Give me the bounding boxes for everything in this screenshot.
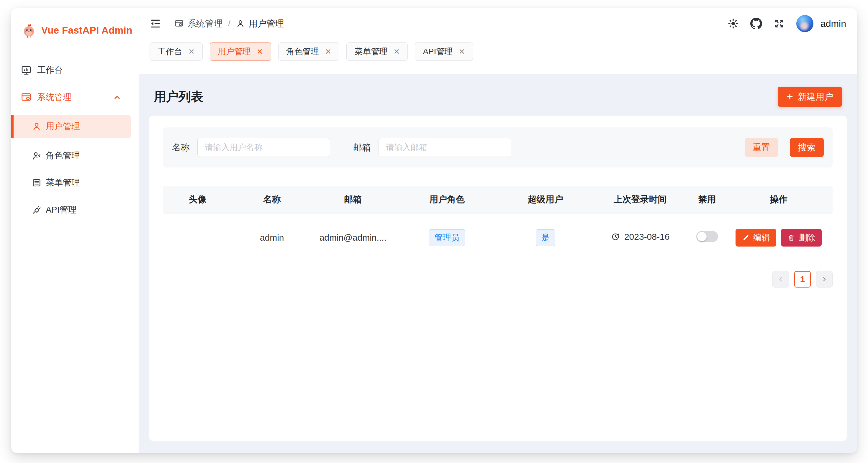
pencil-icon	[742, 234, 750, 241]
breadcrumb-label: 用户管理	[249, 18, 284, 30]
sidebar-group-label: 系统管理	[37, 91, 71, 103]
page-head: 用户列表 + 新建用户	[149, 84, 847, 115]
tab-bar: 工作台 ✕ 用户管理 ✕ 角色管理 ✕ 菜单管理 ✕ API管理 ✕	[150, 39, 846, 74]
delete-label: 删除	[799, 232, 815, 243]
users-table: 头像 名称 邮箱 用户角色 超级用户 上次登录时间 禁用 操作	[163, 186, 833, 262]
role-tag: 管理员	[429, 229, 465, 246]
delete-button[interactable]: 删除	[781, 229, 822, 246]
cell-last-login: 2023-08-16	[591, 213, 689, 262]
breadcrumb-item-system[interactable]: 系统管理	[174, 18, 223, 30]
filter-panel: 名称 邮箱 重置 搜索	[163, 127, 833, 167]
sidebar-group-system[interactable]: 系统管理	[11, 88, 131, 107]
plus-icon: +	[786, 91, 793, 102]
sidebar-item-label: 菜单管理	[46, 177, 80, 189]
cell-superuser: 是	[500, 213, 591, 262]
plug-icon	[32, 205, 41, 215]
column-last-login: 上次登录时间	[591, 186, 689, 213]
monitor-icon	[21, 65, 32, 76]
user-icon	[236, 19, 245, 28]
edit-button[interactable]: 编辑	[736, 229, 776, 246]
menu-list-icon	[32, 178, 41, 188]
main-area: 系统管理 / 用户管理	[139, 8, 857, 453]
pagination-next-button[interactable]	[816, 271, 833, 288]
theme-sun-icon[interactable]	[727, 18, 739, 30]
sidebar-item-label: 用户管理	[46, 121, 80, 132]
close-icon[interactable]: ✕	[325, 48, 332, 56]
close-icon[interactable]: ✕	[393, 48, 400, 56]
edit-label: 编辑	[753, 232, 770, 243]
github-icon[interactable]	[750, 18, 762, 30]
tab-workbench[interactable]: 工作台 ✕	[150, 42, 203, 61]
sidebar-item-label: API管理	[46, 204, 77, 216]
pagination-page-1[interactable]: 1	[794, 271, 811, 288]
sidebar: Vue FastAPI Admin 工作台 系统管理	[11, 8, 139, 453]
table-row: admin admin@admin.... 管理员 是	[163, 213, 833, 262]
window-gear-icon	[21, 92, 32, 103]
tab-menu-management[interactable]: 菜单管理 ✕	[346, 42, 408, 61]
email-filter-label: 邮箱	[353, 141, 371, 154]
cell-disabled	[689, 213, 724, 262]
breadcrumb-label: 系统管理	[187, 18, 223, 30]
user-avatar[interactable]	[796, 15, 813, 32]
content-card: 名称 邮箱 重置 搜索	[149, 115, 847, 441]
column-email: 邮箱	[312, 186, 394, 213]
fullscreen-icon[interactable]	[773, 18, 785, 30]
sidebar-item-label: 工作台	[37, 64, 63, 76]
sidebar-item-role-management[interactable]: 角色管理	[11, 146, 131, 165]
column-disabled: 禁用	[689, 186, 724, 213]
cell-avatar	[163, 213, 232, 262]
name-filter-label: 名称	[172, 141, 190, 154]
tab-user-management[interactable]: 用户管理 ✕	[210, 42, 271, 61]
sidebar-item-label: 角色管理	[46, 150, 80, 162]
pagination-prev-button[interactable]	[772, 271, 789, 288]
chevron-right-icon	[820, 275, 828, 283]
chicken-logo-icon	[21, 23, 37, 38]
email-filter-input[interactable]	[378, 138, 511, 157]
collapse-sidebar-icon[interactable]	[150, 18, 161, 30]
username: admin	[820, 18, 846, 29]
column-role: 用户角色	[394, 186, 500, 213]
pagination: 1	[163, 271, 833, 288]
breadcrumb: 系统管理 / 用户管理	[174, 18, 284, 30]
sidebar-menu: 工作台 系统管理 用户管理	[11, 53, 139, 224]
page-title: 用户列表	[154, 89, 203, 105]
trash-icon	[787, 234, 795, 241]
tab-api-management[interactable]: API管理 ✕	[415, 42, 473, 61]
name-filter-input[interactable]	[197, 138, 330, 157]
tab-label: 用户管理	[218, 46, 251, 57]
close-icon[interactable]: ✕	[257, 48, 263, 56]
sidebar-item-user-management[interactable]: 用户管理	[11, 115, 131, 138]
tab-role-management[interactable]: 角色管理 ✕	[278, 42, 340, 61]
topbar: 系统管理 / 用户管理	[150, 8, 846, 39]
tab-label: API管理	[423, 46, 453, 57]
superuser-tag: 是	[536, 229, 555, 246]
window-gear-icon	[174, 19, 184, 28]
table-header-row: 头像 名称 邮箱 用户角色 超级用户 上次登录时间 禁用 操作	[163, 186, 833, 213]
cell-name: admin	[232, 213, 312, 262]
breadcrumb-item-user[interactable]: 用户管理	[236, 18, 284, 30]
page-content: 用户列表 + 新建用户 名称 邮箱 重置 搜索	[139, 74, 857, 453]
search-button[interactable]: 搜索	[790, 138, 824, 157]
clock-history-icon	[611, 232, 620, 241]
tab-label: 工作台	[158, 46, 182, 57]
app-window: Vue FastAPI Admin 工作台 系统管理	[11, 8, 857, 453]
app-logo: Vue FastAPI Admin	[11, 8, 139, 53]
role-icon	[32, 151, 41, 161]
close-icon[interactable]: ✕	[459, 48, 465, 56]
sidebar-item-menu-management[interactable]: 菜单管理	[11, 173, 131, 192]
new-user-label: 新建用户	[798, 91, 833, 103]
reset-button[interactable]: 重置	[745, 138, 778, 157]
cell-actions: 编辑 删除	[725, 213, 833, 262]
close-icon[interactable]: ✕	[188, 48, 195, 56]
chevron-up-icon	[112, 92, 123, 103]
tab-label: 角色管理	[286, 46, 319, 57]
sidebar-item-api-management[interactable]: API管理	[11, 201, 131, 220]
sidebar-item-workbench[interactable]: 工作台	[11, 61, 131, 79]
column-avatar: 头像	[163, 186, 232, 213]
new-user-button[interactable]: + 新建用户	[778, 87, 842, 107]
chevron-left-icon	[777, 275, 784, 283]
topbar-actions: admin	[727, 15, 846, 32]
header: 系统管理 / 用户管理	[139, 8, 857, 74]
column-actions: 操作	[725, 186, 833, 213]
disabled-toggle[interactable]	[696, 231, 718, 242]
